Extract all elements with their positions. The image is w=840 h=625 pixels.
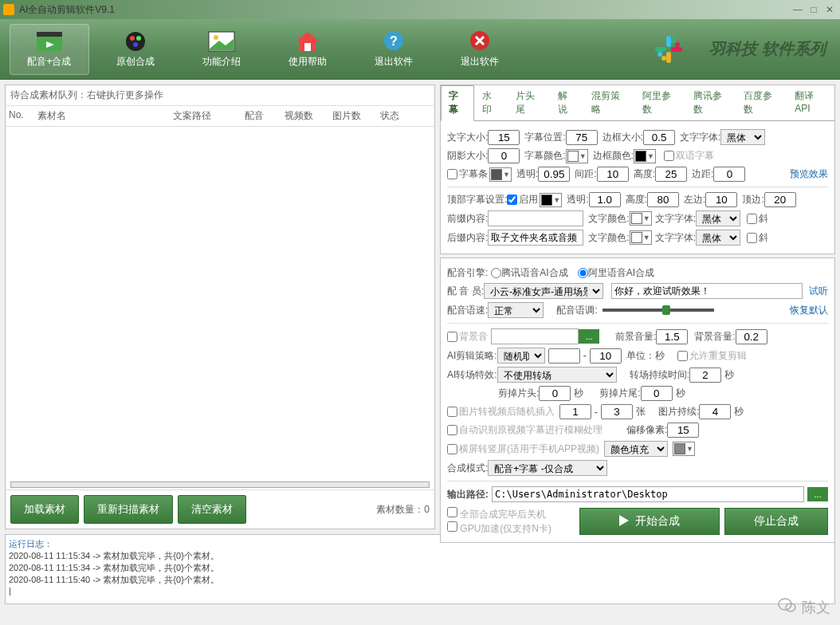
fg-volume-input[interactable] xyxy=(656,329,688,344)
suffix-input[interactable] xyxy=(488,230,583,246)
shadow-size-input[interactable] xyxy=(488,148,520,163)
tool-help[interactable]: 使用帮助 xyxy=(268,24,347,75)
maximize-button[interactable]: □ xyxy=(807,3,821,16)
picture-icon xyxy=(207,29,236,53)
preview-link[interactable]: 预览效果 xyxy=(790,167,828,181)
border-size-input[interactable] xyxy=(643,130,675,145)
bg-browse-button[interactable]: ... xyxy=(579,329,599,344)
font-size-input[interactable] xyxy=(488,130,520,145)
load-material-button[interactable]: 加载素材 xyxy=(10,495,79,524)
tab-mixcut[interactable]: 混剪策略 xyxy=(583,85,634,120)
output-browse-button[interactable]: ... xyxy=(807,487,828,501)
synthesis-mode-select[interactable]: 配音+字幕 -仅合成 xyxy=(488,460,607,476)
prefix-color-picker[interactable]: ▼ xyxy=(630,211,652,226)
prefix-input[interactable] xyxy=(488,210,583,226)
top-tmargin-input[interactable] xyxy=(764,192,796,207)
engine-tencent-radio[interactable] xyxy=(491,268,501,278)
minimize-button[interactable]: — xyxy=(791,3,805,16)
voice-test-text-input[interactable] xyxy=(611,283,803,299)
shutdown-checkbox[interactable] xyxy=(447,507,457,517)
rotate-checkbox[interactable] xyxy=(447,444,457,454)
tool-exit[interactable]: 退出软件 xyxy=(440,24,520,75)
prefix-italic-checkbox[interactable] xyxy=(747,214,757,224)
top-left-input[interactable] xyxy=(705,192,737,207)
img-to-input[interactable] xyxy=(601,404,633,419)
svg-point-21 xyxy=(661,56,666,61)
clear-material-button[interactable]: 清空素材 xyxy=(178,495,246,524)
start-synthesis-button[interactable]: 开始合成 xyxy=(579,508,720,535)
close-button[interactable]: ✕ xyxy=(822,3,837,16)
tab-headtail[interactable]: 片头尾 xyxy=(508,85,550,120)
svg-rect-15 xyxy=(655,47,666,52)
gpu-checkbox[interactable] xyxy=(447,521,457,532)
watermark: 陈文 xyxy=(778,597,830,617)
clip-strategy-select[interactable]: 随机取 xyxy=(497,348,545,364)
auto-blur-checkbox[interactable] xyxy=(447,425,457,435)
title-bar: AI全自动剪辑软件V9.1 — □ ✕ xyxy=(0,0,840,19)
top-color-picker[interactable]: ▼ xyxy=(540,193,562,207)
bilingual-checkbox[interactable] xyxy=(664,151,674,161)
slack-icon xyxy=(652,33,685,66)
tab-translate-api[interactable]: 翻译API xyxy=(787,85,834,120)
home-icon xyxy=(293,29,322,53)
bg-audio-checkbox[interactable] xyxy=(447,332,457,342)
opacity-input[interactable] xyxy=(538,167,570,182)
bg-volume-input[interactable] xyxy=(736,329,767,344)
cut-tail-input[interactable] xyxy=(641,386,673,401)
tab-baidu-params[interactable]: 百度参数 xyxy=(736,85,787,120)
suffix-color-picker[interactable]: ▼ xyxy=(630,230,652,245)
tab-ali-params[interactable]: 阿里参数 xyxy=(634,85,685,120)
img-dur-input[interactable] xyxy=(699,404,731,419)
tab-subtitle[interactable]: 字幕 xyxy=(441,85,474,121)
top-subtitle-enable[interactable] xyxy=(507,195,517,205)
suffix-italic-checkbox[interactable] xyxy=(747,233,757,243)
tab-tencent-params[interactable]: 腾讯参数 xyxy=(685,85,736,120)
queue-list[interactable] xyxy=(6,127,434,480)
log-line: 2020-08-11 11:15:34 -> 素材加载完毕，共{0}个素材。 xyxy=(9,562,831,574)
range-to-input[interactable] xyxy=(590,348,622,364)
suffix-font-select[interactable]: 黑体 xyxy=(696,230,740,246)
top-height-input[interactable] xyxy=(647,192,679,207)
output-path-input[interactable] xyxy=(492,486,804,502)
subtitle-pos-input[interactable] xyxy=(566,130,598,145)
gap-input[interactable] xyxy=(597,167,629,182)
tool-feature-intro[interactable]: 功能介绍 xyxy=(182,24,261,75)
test-listen-link[interactable]: 试听 xyxy=(809,285,828,298)
margin-input[interactable] xyxy=(713,167,745,182)
range-from-input[interactable] xyxy=(548,348,580,364)
voice-speed-select[interactable]: 正常 xyxy=(488,302,544,318)
fill-mode-select[interactable]: 颜色填充 xyxy=(604,441,668,457)
tab-watermark[interactable]: 水印 xyxy=(474,85,508,120)
bar-color-picker[interactable]: ▼ xyxy=(489,167,512,182)
tool-original-synthesis[interactable]: 原创合成 xyxy=(96,24,175,75)
tool-dubbing-synthesis[interactable]: 配音+合成 xyxy=(10,24,89,75)
voice-tone-slider[interactable] xyxy=(603,309,714,312)
top-opacity-input[interactable] xyxy=(589,192,621,207)
bg-audio-path[interactable] xyxy=(491,328,579,344)
subtitle-color-picker[interactable]: ▼ xyxy=(566,149,588,163)
img-from-input[interactable] xyxy=(559,404,591,419)
transition-select[interactable]: 不使用转场 xyxy=(497,367,617,383)
tool-help-usage[interactable]: ? 退出软件 xyxy=(354,24,434,75)
svg-point-6 xyxy=(133,42,138,47)
img-insert-checkbox[interactable] xyxy=(447,407,457,417)
rescan-material-button[interactable]: 重新扫描素材 xyxy=(84,495,173,524)
font-select[interactable]: 黑体 xyxy=(720,129,765,145)
reset-link[interactable]: 恢复默认 xyxy=(790,304,828,317)
tab-narration[interactable]: 解说 xyxy=(550,85,583,120)
question-icon: ? xyxy=(379,29,408,53)
voice-actor-select[interactable]: 小云-标准女声-通用场景 xyxy=(484,283,603,299)
subtitle-bar-checkbox[interactable] xyxy=(447,169,457,179)
fill-color-picker[interactable]: ▼ xyxy=(673,442,695,456)
height-input[interactable] xyxy=(655,167,687,182)
svg-point-20 xyxy=(675,42,680,47)
stop-synthesis-button[interactable]: 停止合成 xyxy=(724,508,828,535)
engine-ali-radio[interactable] xyxy=(578,268,588,278)
cut-head-input[interactable] xyxy=(539,386,571,401)
border-color-picker[interactable]: ▼ xyxy=(634,149,656,163)
prefix-font-select[interactable]: 黑体 xyxy=(696,210,740,226)
transition-dur-input[interactable] xyxy=(689,368,721,383)
allow-dup-checkbox[interactable] xyxy=(677,351,688,361)
svg-point-19 xyxy=(657,52,662,57)
offset-input[interactable] xyxy=(667,423,699,438)
